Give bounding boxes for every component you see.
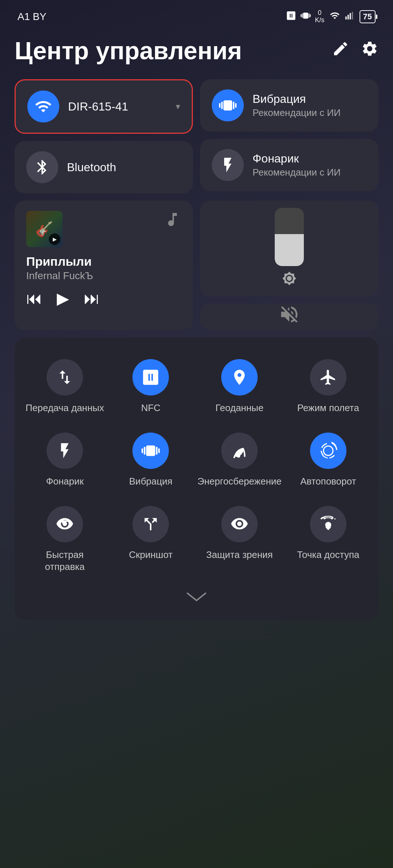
- energysave-icon-circle: [221, 433, 258, 469]
- brightness-tile[interactable]: [200, 201, 378, 296]
- vibration-icon-circle: [212, 89, 244, 121]
- bottom-tile-autorotate[interactable]: Автоповорот: [285, 425, 371, 495]
- vibration-label: Вибрация: [253, 92, 341, 106]
- mute-icon: [278, 304, 300, 330]
- flashlight-icon-circle: [212, 149, 244, 181]
- main-content: Центр управления DIR-615-41 ▾: [0, 29, 393, 635]
- vibration-text: Вибрация Рекомендации с ИИ: [253, 92, 341, 118]
- vibration2-icon-circle: [132, 433, 169, 469]
- airplane-label: Режим полета: [297, 402, 359, 414]
- svg-rect-1: [348, 15, 349, 20]
- screenshot-icon-circle: [132, 506, 169, 542]
- wifi-ssid-label: DIR-615-41: [68, 100, 128, 113]
- media-cover-art: ▶: [26, 211, 63, 247]
- flashlight-sublabel: Рекомендации с ИИ: [253, 167, 341, 178]
- hotspot-label: Точка доступа: [297, 549, 359, 561]
- bottom-tile-transfer[interactable]: Передача данных: [22, 352, 108, 422]
- wifi-arrow-icon: ▾: [176, 101, 180, 112]
- flashlight2-icon-circle: [47, 433, 83, 469]
- eyeprotect-icon-circle: [221, 506, 258, 542]
- status-bar: A1 BY 0 K/s 75: [0, 0, 393, 29]
- media-wave-icon: [164, 211, 181, 232]
- media-top: ▶: [26, 211, 181, 247]
- nfc-label: NFC: [141, 402, 160, 414]
- media-info: Приплыли Infernal FuckЪ: [26, 254, 181, 282]
- flashlight-label: Фонарик: [253, 152, 341, 165]
- quick-tiles-top: DIR-615-41 ▾ Bluetooth Вибрация Рекоме: [15, 79, 378, 193]
- quickshare-icon-circle: [47, 506, 83, 542]
- bottom-tile-eyeprotect[interactable]: Защита зрения: [194, 499, 285, 581]
- vibration-sublabel: Рекомендации с ИИ: [253, 107, 341, 118]
- media-next-button[interactable]: ⏭: [84, 289, 100, 308]
- bottom-tile-quickshare[interactable]: Быстрая отправка: [22, 499, 108, 581]
- transfer-label: Передача данных: [25, 402, 104, 414]
- vibrate-status-icon: [301, 11, 311, 23]
- vibration2-label: Вибрация: [129, 475, 172, 488]
- autorotate-icon-circle: [310, 433, 346, 469]
- media-play-button[interactable]: ▶: [57, 289, 69, 308]
- media-title: Приплыли: [26, 254, 181, 269]
- energysave-label: Энергосбережение: [198, 475, 282, 488]
- bottom-tile-location[interactable]: Геоданные: [194, 352, 285, 422]
- page-title: Центр управления: [15, 36, 242, 65]
- bottom-tile-screenshot[interactable]: Скриншот: [108, 499, 194, 581]
- mute-tile[interactable]: [200, 304, 378, 330]
- vibration-tile[interactable]: Вибрация Рекомендации с ИИ: [200, 79, 378, 132]
- autorotate-label: Автоповорот: [300, 475, 356, 488]
- bluetooth-tile[interactable]: Bluetooth: [15, 141, 193, 193]
- signal-icon: [345, 11, 355, 23]
- media-controls: ⏮ ▶ ⏭: [26, 289, 181, 308]
- flashlight2-label: Фонарик: [46, 475, 83, 488]
- bottom-tile-airplane[interactable]: Режим полета: [285, 352, 371, 422]
- quickshare-label: Быстрая отправка: [25, 549, 104, 574]
- bottom-tile-hotspot[interactable]: Точка доступа: [285, 499, 371, 581]
- left-tile-column: DIR-615-41 ▾ Bluetooth: [15, 79, 193, 193]
- media-prev-button[interactable]: ⏮: [26, 289, 42, 308]
- bluetooth-label: Bluetooth: [67, 161, 116, 174]
- svg-rect-2: [349, 13, 351, 20]
- quick-settings-grid: Передача данных NFC Геоданные: [15, 337, 378, 620]
- speed-label: 0 K/s: [315, 9, 325, 24]
- right-tile-column: Вибрация Рекомендации с ИИ Фонарик Реком…: [200, 79, 378, 193]
- airplane-icon-circle: [310, 359, 346, 395]
- battery-indicator: 75: [360, 10, 376, 23]
- wifi-status-icon: [329, 11, 341, 23]
- play-overlay-icon: ▶: [49, 233, 60, 245]
- settings-icon[interactable]: [361, 40, 378, 61]
- media-artist: Infernal FuckЪ: [26, 270, 181, 282]
- brightness-icon: [282, 271, 297, 289]
- bluetooth-icon-circle: [26, 151, 58, 183]
- hotspot-icon-circle: [310, 506, 346, 542]
- bottom-tile-vibration2[interactable]: Вибрация: [108, 425, 194, 495]
- location-label: Геоданные: [215, 402, 263, 414]
- bottom-tile-nfc[interactable]: NFC: [108, 352, 194, 422]
- edit-icon[interactable]: [332, 40, 349, 61]
- status-icons: 0 K/s 75: [286, 9, 376, 24]
- svg-rect-3: [352, 12, 353, 20]
- carrier-label: A1 BY: [17, 11, 46, 23]
- media-player-tile[interactable]: ▶ Приплыли Infernal FuckЪ ⏮ ▶ ⏭: [15, 201, 193, 330]
- svg-rect-0: [345, 16, 347, 19]
- screenshot-label: Скриншот: [129, 549, 172, 561]
- nfc-icon-circle: [132, 359, 169, 395]
- eyeprotect-label: Защита зрения: [206, 549, 273, 561]
- bottom-tile-flashlight[interactable]: Фонарик: [22, 425, 108, 495]
- wifi-tile[interactable]: DIR-615-41 ▾: [15, 79, 193, 134]
- flashlight-tile[interactable]: Фонарик Рекомендации с ИИ: [200, 139, 378, 191]
- bottom-tiles-grid: Передача данных NFC Геоданные: [22, 352, 371, 580]
- flashlight-text: Фонарик Рекомендации с ИИ: [253, 152, 341, 178]
- bottom-tile-energysave[interactable]: Энергосбережение: [194, 425, 285, 495]
- transfer-icon-circle: [47, 359, 83, 395]
- nfc-status-icon: [286, 11, 296, 23]
- bottom-chevron[interactable]: [22, 580, 371, 606]
- header: Центр управления: [15, 36, 378, 65]
- header-actions: [332, 40, 378, 61]
- wifi-icon-circle: [27, 91, 59, 122]
- location-icon-circle: [221, 359, 258, 395]
